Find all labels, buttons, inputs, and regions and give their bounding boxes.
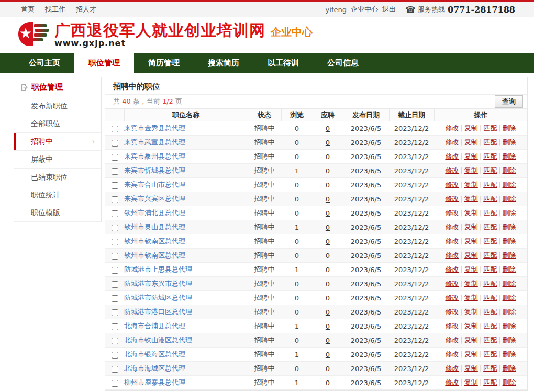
- action-copy-link[interactable]: 复制: [464, 181, 478, 188]
- row-checkbox[interactable]: [112, 267, 118, 274]
- action-edit-link[interactable]: 修改: [445, 152, 459, 160]
- action-edit-link[interactable]: 修改: [445, 237, 459, 245]
- job-name-link[interactable]: 柳州市鹿寨县总代理: [124, 378, 185, 386]
- action-edit-link[interactable]: 修改: [445, 350, 459, 358]
- action-edit-link[interactable]: 修改: [445, 166, 459, 174]
- user-link-1[interactable]: 企业中心: [351, 5, 378, 14]
- action-copy-link[interactable]: 复制: [464, 322, 478, 330]
- user-link-2[interactable]: 退出: [382, 5, 396, 14]
- row-checkbox[interactable]: [112, 239, 118, 245]
- nav-item-1[interactable]: 公司主页: [15, 53, 74, 73]
- job-name-link[interactable]: 来宾市金秀县总代理: [124, 124, 185, 132]
- job-name-link[interactable]: 来宾市合山市总代理: [124, 181, 185, 188]
- job-name-link[interactable]: 钦州市钦南区总代理: [124, 237, 185, 245]
- sidebar-item-1[interactable]: 发布新职位: [14, 97, 101, 115]
- action-match-link[interactable]: 匹配: [483, 195, 497, 203]
- action-match-link[interactable]: 匹配: [483, 279, 497, 287]
- sidebar-item-5[interactable]: 已结束职位: [14, 169, 101, 186]
- applies-link[interactable]: 0: [326, 379, 330, 387]
- action-copy-link[interactable]: 复制: [464, 209, 478, 217]
- nav-item-3[interactable]: 简历管理: [134, 53, 194, 73]
- action-delete-link[interactable]: 删除: [503, 152, 516, 160]
- applies-link[interactable]: 0: [326, 351, 330, 359]
- action-delete-link[interactable]: 删除: [503, 265, 516, 273]
- row-checkbox[interactable]: [112, 225, 118, 231]
- action-edit-link[interactable]: 修改: [445, 279, 459, 287]
- row-checkbox[interactable]: [112, 380, 118, 387]
- job-name-link[interactable]: 钦州市钦南区总代理: [124, 251, 185, 259]
- topbar-link-3[interactable]: 招人才: [76, 5, 96, 13]
- action-edit-link[interactable]: 修改: [445, 195, 459, 203]
- action-match-link[interactable]: 匹配: [483, 138, 497, 146]
- action-copy-link[interactable]: 复制: [464, 350, 478, 358]
- action-delete-link[interactable]: 删除: [503, 294, 516, 301]
- applies-link[interactable]: 0: [326, 139, 330, 147]
- applies-link[interactable]: 0: [326, 209, 330, 217]
- job-name-link[interactable]: 钦州市浦北县总代理: [124, 209, 185, 217]
- search-button[interactable]: 查询: [495, 95, 523, 108]
- action-delete-link[interactable]: 删除: [503, 195, 516, 203]
- row-checkbox[interactable]: [112, 338, 118, 344]
- sidebar-item-6[interactable]: 职位统计: [14, 186, 101, 204]
- nav-item-2[interactable]: 职位管理: [74, 53, 134, 73]
- action-match-link[interactable]: 匹配: [483, 152, 497, 160]
- applies-link[interactable]: 0: [326, 294, 330, 302]
- action-match-link[interactable]: 匹配: [483, 181, 497, 188]
- action-match-link[interactable]: 匹配: [483, 237, 497, 245]
- action-copy-link[interactable]: 复制: [464, 166, 478, 174]
- action-delete-link[interactable]: 删除: [503, 350, 516, 358]
- action-match-link[interactable]: 匹配: [483, 124, 497, 132]
- action-delete-link[interactable]: 删除: [503, 223, 516, 231]
- job-name-link[interactable]: 防城港市上思县总代理: [124, 265, 192, 273]
- action-edit-link[interactable]: 修改: [445, 251, 459, 259]
- applies-link[interactable]: 0: [326, 322, 330, 330]
- action-edit-link[interactable]: 修改: [445, 308, 459, 316]
- action-copy-link[interactable]: 复制: [464, 308, 478, 316]
- username-link[interactable]: yifeng: [326, 6, 347, 14]
- row-checkbox[interactable]: [112, 182, 118, 189]
- applies-link[interactable]: 0: [326, 238, 330, 245]
- nav-item-6[interactable]: 公司信息: [313, 53, 373, 73]
- sidebar-item-2[interactable]: 全部职位: [14, 115, 101, 133]
- action-delete-link[interactable]: 删除: [503, 237, 516, 245]
- row-checkbox[interactable]: [112, 196, 118, 203]
- row-checkbox[interactable]: [112, 281, 118, 288]
- applies-link[interactable]: 0: [326, 125, 330, 132]
- action-match-link[interactable]: 匹配: [483, 251, 497, 259]
- action-copy-link[interactable]: 复制: [464, 138, 478, 146]
- applies-link[interactable]: 0: [326, 337, 330, 344]
- action-copy-link[interactable]: 复制: [464, 251, 478, 259]
- action-edit-link[interactable]: 修改: [445, 294, 459, 301]
- action-copy-link[interactable]: 复制: [464, 279, 478, 287]
- action-edit-link[interactable]: 修改: [445, 181, 459, 188]
- job-name-link[interactable]: 来宾市兴宾区总代理: [124, 195, 185, 203]
- action-copy-link[interactable]: 复制: [464, 364, 478, 372]
- job-name-link[interactable]: 北海市海城区总代理: [124, 364, 185, 372]
- action-match-link[interactable]: 匹配: [483, 209, 497, 217]
- applies-link[interactable]: 0: [326, 167, 330, 175]
- row-checkbox[interactable]: [112, 154, 118, 161]
- action-match-link[interactable]: 匹配: [483, 350, 497, 358]
- action-copy-link[interactable]: 复制: [464, 294, 478, 301]
- row-checkbox[interactable]: [112, 366, 118, 373]
- action-match-link[interactable]: 匹配: [483, 223, 497, 231]
- action-match-link[interactable]: 匹配: [483, 378, 497, 386]
- action-match-link[interactable]: 匹配: [483, 294, 497, 301]
- action-delete-link[interactable]: 删除: [503, 209, 516, 217]
- applies-link[interactable]: 0: [326, 181, 330, 189]
- action-copy-link[interactable]: 复制: [464, 237, 478, 245]
- applies-link[interactable]: 0: [326, 223, 330, 231]
- sidebar-item-4[interactable]: 屏蔽中: [14, 151, 101, 169]
- search-input[interactable]: [417, 96, 491, 107]
- row-checkbox[interactable]: [112, 323, 118, 330]
- applies-link[interactable]: 0: [326, 280, 330, 288]
- applies-link[interactable]: 0: [326, 266, 330, 274]
- job-name-link[interactable]: 防城港市防城区总代理: [124, 294, 192, 301]
- row-checkbox[interactable]: [112, 210, 118, 217]
- sidebar-item-7[interactable]: 职位模版: [14, 204, 101, 222]
- action-delete-link[interactable]: 删除: [503, 279, 516, 287]
- action-delete-link[interactable]: 删除: [503, 251, 516, 259]
- action-delete-link[interactable]: 删除: [503, 308, 516, 316]
- action-edit-link[interactable]: 修改: [445, 209, 459, 217]
- action-delete-link[interactable]: 删除: [503, 336, 516, 344]
